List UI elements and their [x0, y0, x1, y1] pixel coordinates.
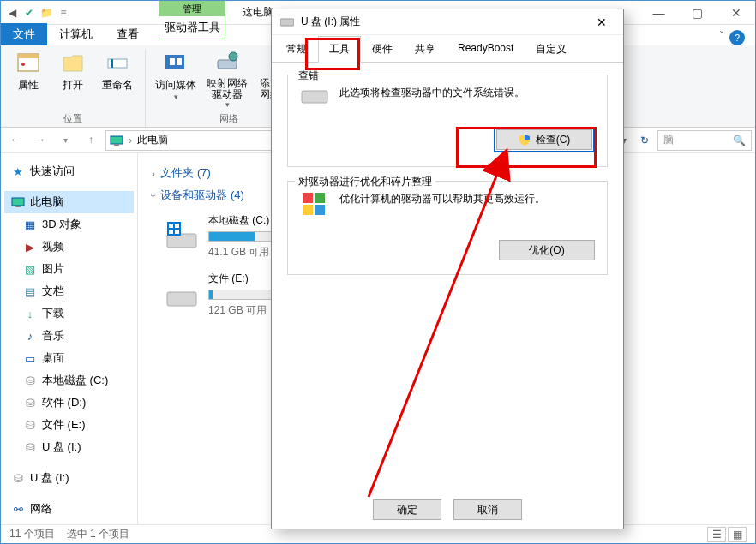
- usb-drive-icon: ⛁: [23, 440, 37, 454]
- sidebar-item-pictures[interactable]: ▧图片: [4, 258, 134, 280]
- svg-rect-27: [315, 193, 325, 203]
- sidebar-item-usb-i[interactable]: ⛁U 盘 (I:): [4, 436, 134, 458]
- sidebar-item-downloads[interactable]: ↓下载: [4, 302, 134, 325]
- sidebar-item-drive-e[interactable]: ⛁文件 (E:): [4, 414, 134, 436]
- sidebar-item-desktop[interactable]: ▭桌面: [4, 347, 134, 369]
- svg-rect-20: [175, 224, 179, 228]
- sidebar-item-music[interactable]: ♪音乐: [4, 325, 134, 347]
- svg-rect-7: [177, 58, 182, 65]
- svg-rect-17: [167, 234, 196, 248]
- tab-hardware[interactable]: 硬件: [361, 36, 404, 63]
- 3d-icon: ▦: [23, 218, 37, 231]
- nav-up-icon[interactable]: ↑: [80, 129, 102, 150]
- check-button[interactable]: 检查(C): [496, 129, 592, 150]
- sidebar-item-usb-i-root[interactable]: ⛁U 盘 (I:): [4, 467, 134, 489]
- video-icon: ▶: [23, 240, 37, 254]
- address-text: 此电脑: [137, 133, 168, 147]
- search-box[interactable]: 脑 🔍: [657, 130, 752, 151]
- ribbon-btn-media[interactable]: 访问媒体 ▾: [153, 49, 199, 109]
- drive-icon: [164, 277, 200, 313]
- ribbon-collapse-icon[interactable]: ˅: [719, 30, 724, 42]
- status-item-count: 11 个项目: [9, 527, 55, 541]
- qat-check-icon[interactable]: ✔: [21, 5, 37, 21]
- error-check-desc: 此选项将检查驱动器中的文件系统错误。: [339, 86, 595, 100]
- help-icon[interactable]: ?: [729, 30, 745, 45]
- defrag-icon: [300, 190, 329, 219]
- nav-forward-icon[interactable]: →: [29, 129, 51, 150]
- svg-rect-23: [167, 292, 196, 306]
- minimize-button[interactable]: —: [639, 1, 678, 25]
- drive-icon: ⛁: [23, 396, 37, 409]
- open-icon: [59, 49, 87, 76]
- svg-rect-19: [169, 224, 173, 228]
- network-icon: ⚯: [11, 502, 25, 516]
- svg-point-9: [229, 52, 237, 61]
- refresh-icon[interactable]: ↻: [635, 135, 654, 146]
- tab-computer[interactable]: 计算机: [47, 23, 105, 45]
- svg-rect-14: [114, 144, 119, 146]
- sidebar-item-this-pc[interactable]: 此电脑: [4, 191, 134, 213]
- this-pc-icon: [11, 195, 25, 209]
- search-hint: 脑: [663, 133, 674, 147]
- optimize-button[interactable]: 优化(O): [499, 240, 595, 260]
- properties-dialog: U 盘 (I:) 属性 ✕ 常规 工具 硬件 共享 ReadyBoost 自定义…: [271, 9, 624, 529]
- ribbon-btn-open[interactable]: 打开: [52, 49, 93, 93]
- downloads-icon: ↓: [23, 307, 37, 320]
- shield-icon: [519, 134, 531, 146]
- maximize-button[interactable]: ▢: [678, 1, 717, 25]
- view-details-icon[interactable]: ☰: [707, 527, 726, 542]
- nav-back-icon[interactable]: ←: [4, 129, 27, 150]
- map-network-drive-icon: [213, 49, 241, 76]
- qat-back-icon[interactable]: ◀: [4, 5, 20, 21]
- dialog-tabs: 常规 工具 硬件 共享 ReadyBoost 自定义: [272, 35, 623, 63]
- ribbon-btn-rename[interactable]: 重命名: [97, 49, 138, 93]
- tab-sharing[interactable]: 共享: [404, 36, 447, 63]
- ribbon-btn-map-network[interactable]: 映射网络 驱动器 ▾: [202, 49, 252, 109]
- contextual-tab-header: 管理: [159, 1, 225, 16]
- close-button[interactable]: ✕: [717, 1, 755, 25]
- drive-icon: ⛁: [23, 418, 37, 432]
- svg-rect-24: [280, 19, 294, 26]
- sidebar-item-quick-access[interactable]: ★ 快速访问: [4, 160, 134, 182]
- sidebar-item-documents[interactable]: ▤文档: [4, 280, 134, 302]
- tab-file[interactable]: 文件: [1, 23, 47, 45]
- svg-rect-6: [170, 58, 175, 65]
- tab-readyboost[interactable]: ReadyBoost: [447, 36, 525, 63]
- svg-rect-22: [175, 230, 179, 234]
- tab-tools[interactable]: 工具: [318, 36, 361, 63]
- qat-folder-icon[interactable]: 📁: [39, 5, 54, 21]
- quick-access-toolbar: ◀ ✔ 📁 ≡: [1, 5, 71, 21]
- tab-view[interactable]: 查看: [105, 23, 151, 45]
- dialog-footer: 确定 取消: [272, 499, 623, 520]
- chevron-down-icon: ›: [147, 194, 160, 196]
- sidebar-item-network[interactable]: ⚯网络: [4, 498, 134, 520]
- svg-rect-8: [218, 60, 237, 69]
- svg-point-2: [21, 63, 25, 66]
- ribbon-btn-properties[interactable]: 属性: [8, 49, 49, 93]
- tab-drive-tools[interactable]: 驱动器工具: [159, 16, 225, 39]
- desktop-icon: ▭: [23, 351, 37, 365]
- dialog-titlebar: U 盘 (I:) 属性 ✕: [272, 9, 623, 35]
- tab-general[interactable]: 常规: [275, 36, 318, 63]
- sidebar-item-videos[interactable]: ▶视频: [4, 236, 134, 258]
- dialog-close-button[interactable]: ✕: [589, 15, 615, 29]
- cancel-button[interactable]: 取消: [453, 499, 522, 520]
- ok-button[interactable]: 确定: [373, 499, 441, 520]
- optimize-legend: 对驱动器进行优化和碎片整理: [295, 175, 435, 189]
- window-title: 这电脑: [243, 5, 273, 20]
- sidebar: ★ 快速访问 此电脑 ▦3D 对象 ▶视频 ▧图片 ▤文档 ↓下载 ♪音乐 ▭桌…: [1, 153, 138, 524]
- sidebar-item-drive-c[interactable]: ⛁本地磁盘 (C:): [4, 369, 134, 392]
- view-large-icon[interactable]: ▦: [728, 527, 747, 542]
- ribbon-group-location: 属性 打开 重命名 位置: [1, 49, 146, 127]
- sidebar-item-3d-objects[interactable]: ▦3D 对象: [4, 213, 134, 236]
- qat-strip-icon[interactable]: ≡: [56, 5, 71, 21]
- sidebar-item-drive-d[interactable]: ⛁软件 (D:): [4, 392, 134, 414]
- drive-icon: [164, 218, 200, 254]
- tab-customize[interactable]: 自定义: [525, 36, 578, 63]
- nav-arrows: ← → ▾ ↑: [4, 129, 102, 151]
- svg-rect-28: [303, 205, 313, 215]
- nav-history-chevron-icon[interactable]: ▾: [55, 130, 77, 151]
- optimize-group: 对驱动器进行优化和碎片整理 优化计算机的驱动器可以帮助其更高效运行。 优化(O): [287, 181, 608, 275]
- star-icon: ★: [11, 164, 25, 178]
- svg-rect-21: [169, 230, 173, 234]
